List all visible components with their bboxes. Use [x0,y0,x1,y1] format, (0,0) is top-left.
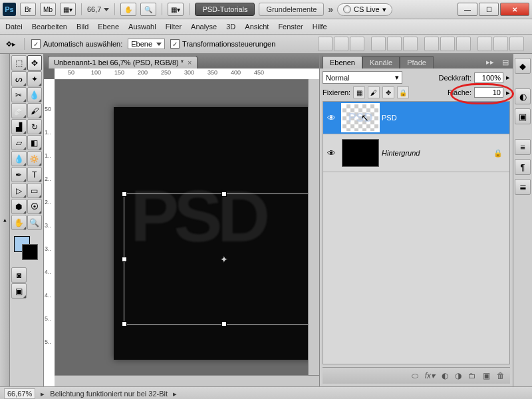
align-button[interactable] [387,37,402,51]
3d-tool[interactable]: ⬢ [11,199,27,214]
pen-tool[interactable]: ✒ [11,167,27,182]
layer-name[interactable]: PSD [382,114,509,122]
active-tool-icon[interactable]: ✥▸ [4,37,17,51]
menu-auswahl[interactable]: Auswahl [128,23,156,31]
delete-layer-button[interactable]: 🗑 [497,371,505,380]
transform-handle[interactable] [221,321,227,327]
vertical-scrollbar[interactable] [308,79,319,376]
shape-tool[interactable]: ▭ [27,183,43,198]
align-button[interactable] [403,37,418,51]
workspace-more-icon[interactable]: » [328,4,333,15]
transform-center-icon[interactable]: ✦ [220,255,228,263]
workspace-tab-other[interactable]: Grundelemente [259,3,324,16]
collapse-strip[interactable]: ◂ [0,54,10,386]
fill-flyout-icon[interactable]: ▸ [506,88,510,97]
distribute-button[interactable] [456,37,471,51]
hand-tool-shortcut[interactable]: ✋ [120,3,136,16]
dock-swatches-icon[interactable]: ◆ [515,58,531,74]
opacity-flyout-icon[interactable]: ▸ [506,73,510,82]
tab-kanaele[interactable]: Kanäle [362,56,400,68]
transform-bounding-box[interactable]: ✦ [124,194,319,325]
move-tool[interactable]: ✥ [27,55,43,70]
zoom-tool-shortcut[interactable]: 🔍 [140,3,156,16]
menu-filter[interactable]: Filter [166,23,182,31]
layer-thumbnail[interactable] [342,139,379,167]
menu-bild[interactable]: Bild [76,23,88,31]
menu-ebene[interactable]: Ebene [98,23,119,31]
dock-paragraph-icon[interactable]: ≣ [515,179,531,195]
menu-analyse[interactable]: Analyse [191,23,217,31]
menu-datei[interactable]: Datei [5,23,23,31]
transform-handle[interactable] [122,257,127,262]
align-button[interactable] [350,37,364,51]
blend-mode-dropdown[interactable]: Normal▾ [323,71,402,84]
eyedropper-tool[interactable]: 💧 [27,87,43,102]
align-button[interactable] [334,37,348,51]
transform-controls-checkbox[interactable]: ✓Transformationssteuerungen [170,39,275,49]
bridge-button[interactable]: Br [20,3,36,16]
dock-character-icon[interactable]: ¶ [515,159,531,175]
mask-button[interactable]: ◐ [442,371,448,380]
menu-fenster[interactable]: Fenster [278,23,303,31]
crop-tool[interactable]: ✂ [11,87,27,102]
type-tool[interactable]: T [27,167,43,182]
distribute-button[interactable] [424,37,439,51]
history-brush-tool[interactable]: ↻ [27,119,43,134]
new-layer-button[interactable]: ▣ [483,371,490,380]
minimize-button[interactable]: — [458,3,477,16]
layer-row[interactable]: 👁 Hintergrund 🔒 [323,134,509,172]
fx-button[interactable]: fx▾ [425,371,435,380]
distribute-button[interactable] [509,37,524,51]
distribute-button[interactable] [493,37,508,51]
group-button[interactable]: 🗀 [468,371,476,380]
document-tab[interactable]: Unbenannt-1 bei 66,7% (PSD, RGB/8) *× [48,56,198,68]
path-select-tool[interactable]: ▷ [11,183,27,198]
screen-mode-button[interactable]: ▦▾ [60,3,76,16]
horizontal-scrollbar[interactable] [55,375,319,386]
zoom-field[interactable]: 66,67% [4,388,35,399]
layer-thumbnail[interactable]: PSD ↖ [342,104,379,132]
zoom-display[interactable]: 66,7 [87,5,109,13]
distribute-button[interactable] [477,37,492,51]
close-tab-icon[interactable]: × [188,59,192,66]
magic-wand-tool[interactable]: ✦ [27,71,43,86]
layer-name[interactable]: Hintergrund [382,149,487,157]
workspace-tab-active[interactable]: PSD-Tutorials [195,3,255,16]
link-layers-button[interactable]: ⬭ [412,371,418,380]
lasso-tool[interactable]: ᔕ [11,71,27,86]
minibridge-button[interactable]: Mb [40,3,56,16]
eraser-tool[interactable]: ▱ [11,135,27,150]
background-swatch[interactable] [22,244,38,260]
menu-hilfe[interactable]: Hilfe [313,23,327,31]
menu-ansicht[interactable]: Ansicht [245,23,269,31]
cslive-button[interactable]: CS Live▾ [337,3,392,16]
maximize-button[interactable]: ☐ [479,3,499,16]
auto-select-checkbox[interactable]: ✓Automatisch auswählen: [31,39,122,49]
dock-masks-icon[interactable]: ▣ [515,108,531,124]
horizontal-ruler[interactable]: 50100150200250300350400450 [55,68,319,80]
transform-handle[interactable] [122,192,127,197]
panel-menu-icon[interactable]: ▤ [498,56,513,68]
3d-camera-tool[interactable]: ⦿ [27,199,43,214]
dock-adjustments-icon[interactable]: ◐ [515,88,531,104]
menu-3d[interactable]: 3D [226,23,235,31]
layer-row[interactable]: 👁 PSD ↖ PSD [323,102,509,134]
opacity-input[interactable]: 100% [474,72,503,83]
align-button[interactable] [318,37,332,51]
transform-handle[interactable] [221,192,227,197]
adjustment-button[interactable]: ◑ [455,371,462,380]
gradient-tool[interactable]: ◧ [27,135,43,150]
tab-pfade[interactable]: Pfade [400,56,434,68]
lock-all-button[interactable]: 🔒 [397,86,409,98]
visibility-toggle[interactable]: 👁 [323,148,339,158]
zoom-tool[interactable]: 🔍 [27,215,43,230]
healing-tool[interactable]: 🩹 [11,103,27,118]
lock-pixels-button[interactable]: 🖌 [368,86,380,98]
lock-transparency-button[interactable]: ▦ [353,86,365,98]
transform-handle[interactable] [122,321,127,327]
menu-bearbeiten[interactable]: Bearbeiten [32,23,67,31]
vertical-ruler[interactable]: 501..1..2..2..3..3..4..4..5..5.. [44,79,55,386]
tab-ebenen[interactable]: Ebenen [323,56,362,68]
distribute-button[interactable] [440,37,455,51]
lock-position-button[interactable]: ✥ [382,86,394,98]
